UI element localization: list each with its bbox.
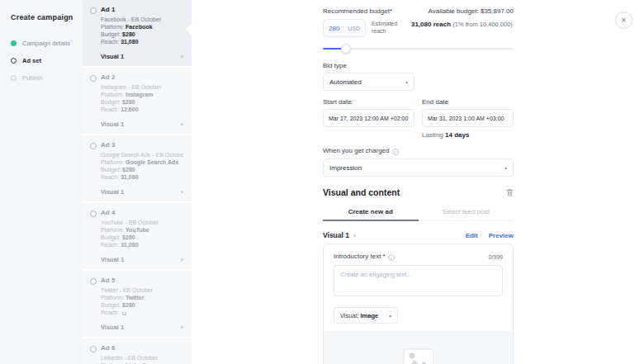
ad-visual-row[interactable]: Visual 1 — [101, 53, 183, 60]
visual-status-dot — [181, 326, 183, 329]
ad-card[interactable]: Ad 5 Twitter - EB October Platform: Twit… — [83, 271, 192, 337]
ad-visual-row[interactable]: Visual 1 — [101, 188, 183, 196]
reach-value: 31,080 — [121, 174, 138, 180]
edit-visual-link[interactable]: Edit — [466, 232, 478, 239]
lasting-duration-text: Lasting 14 days — [422, 131, 514, 139]
charged-label: When you get charged — [323, 147, 390, 154]
visual-type-prefix: Visual: — [340, 312, 358, 319]
tab-select-feed-post[interactable]: Select feed post — [419, 204, 514, 220]
ad-visual-row[interactable]: Visual 1 — [101, 121, 183, 128]
chevron-down-icon: ▾ — [389, 313, 391, 319]
create-campaign-window: Create campaign Campaign details Ad set … — [0, 0, 644, 364]
start-date-input[interactable]: Mar 17, 2023 12:00 AM +02:00 — [323, 109, 414, 127]
bid-type-value: Automated — [329, 78, 362, 86]
reach-label: Reach: — [101, 242, 119, 248]
ad-subtitle: LinkedIn - EB October — [101, 354, 183, 362]
reach-label: Reach: — [101, 310, 119, 315]
reach-value: 12,600 — [121, 106, 138, 112]
estimated-reach-value: 31,080 reach (1% from 10,400,000) — [411, 21, 513, 37]
chevron-down-icon: ▾ — [405, 79, 408, 85]
ad-reach-line: Reach: — [101, 309, 183, 316]
visual-status-dot — [181, 258, 183, 261]
ad-card-body: Ad 2 Instagram - EB October Platform: In… — [101, 73, 183, 128]
available-budget-text: Available budget: $35,897.00 — [429, 7, 514, 15]
slider-track[interactable] — [323, 48, 514, 50]
visual-type-select[interactable]: Visual: Image ▾ — [334, 307, 398, 324]
ad-radio-button[interactable] — [90, 210, 97, 217]
platform-value: Twitter — [125, 295, 144, 300]
sidebar-step-campaign-details[interactable]: Campaign details — [11, 40, 76, 47]
introductory-text-label-row: Introductory text *i — [334, 253, 395, 261]
ad-radio-button[interactable] — [90, 346, 97, 352]
platform-label: Platform: — [101, 227, 124, 233]
upload-image-dropzone[interactable]: Upload image Image size: 1200x628 pixels… — [324, 331, 513, 364]
ad-card[interactable]: Ad 4 YouTube - EB October Platform: YouT… — [83, 203, 192, 269]
reach-label: Reach: — [101, 106, 119, 112]
platform-label: Platform: — [101, 92, 124, 97]
reach-label: Reach: — [101, 39, 119, 45]
ad-card-body: Ad 1 Facebook - EB October Platform: Fac… — [101, 6, 183, 60]
ad-card[interactable]: Ad 2 Instagram - EB October Platform: In… — [83, 68, 192, 134]
reach-value: 31,080 — [121, 242, 138, 248]
step-label: Ad set — [22, 57, 41, 64]
end-date-label: End date — [422, 98, 514, 106]
ad-card-body: Ad 3 Google Search Ads - EB October Plat… — [101, 141, 183, 196]
ad-name: Ad 6 — [101, 344, 183, 352]
ad-visual-row[interactable]: Visual 1 — [101, 324, 183, 331]
info-icon[interactable]: i — [392, 149, 399, 155]
end-date-input[interactable]: Mar 31, 2023 1:00 AM +03:00 — [422, 109, 514, 127]
ad-radio-button[interactable] — [90, 7, 97, 14]
charged-select[interactable]: Impression ▾ — [323, 158, 514, 177]
close-button[interactable]: × — [615, 12, 632, 29]
visual-status-dot — [181, 55, 183, 58]
info-icon[interactable]: i — [388, 254, 395, 261]
step-list: Campaign details Ad set Publish — [11, 40, 76, 82]
ad-budget-line: Budget: $280 — [101, 234, 183, 241]
visual-type-value: Visual: Image — [340, 312, 378, 319]
close-icon: × — [622, 16, 627, 25]
start-date-value: Mar 17, 2023 12:00 AM +02:00 — [329, 116, 408, 121]
character-counter: 0/999 — [488, 254, 503, 260]
ad-platform-line: Platform: Instagram — [101, 91, 183, 98]
reach-loading-spinner-icon — [122, 311, 126, 315]
ad-radio-button[interactable] — [90, 278, 97, 285]
lasting-days: 14 days — [445, 131, 469, 139]
sidebar-step-ad-set[interactable]: Ad set — [11, 57, 76, 64]
ad-visual-row[interactable]: Visual 1 — [101, 256, 183, 263]
charged-label-row: When you get chargedi — [323, 147, 514, 155]
ad-radio-button[interactable] — [90, 143, 97, 149]
ad-name: Ad 1 — [101, 6, 183, 13]
tab-create-new-ad[interactable]: Create new ad — [323, 204, 419, 220]
lasting-prefix: Lasting — [422, 131, 443, 139]
reach-number: 31,080 reach — [411, 21, 451, 28]
budget-value: 280 — [329, 25, 339, 32]
visual-source-tabs: Create new ad Select feed post — [323, 204, 514, 221]
bid-type-select[interactable]: Automated ▾ — [323, 73, 414, 91]
slider-handle[interactable] — [341, 44, 351, 54]
ad-card[interactable]: Ad 6 LinkedIn - EB October Platform: Lin… — [83, 338, 192, 364]
sidebar-step-publish[interactable]: Publish — [11, 74, 76, 82]
platform-value: Instagram — [125, 92, 153, 97]
ad-card[interactable]: Ad 3 Google Search Ads - EB October Plat… — [83, 135, 192, 201]
ad-card-body: Ad 4 YouTube - EB October Platform: YouT… — [101, 209, 183, 263]
ad-card[interactable]: Ad 1 Facebook - EB October Platform: Fac… — [83, 0, 192, 66]
budget-slider[interactable] — [323, 44, 514, 54]
ad-radio-button[interactable] — [90, 75, 97, 82]
visual-status-dot — [181, 123, 183, 125]
estimated-reach-label: Estimated reach — [372, 20, 408, 37]
ad-reach-line: Reach: 12,600 — [101, 106, 183, 113]
charged-value: Impression — [329, 164, 362, 172]
ad-budget-line: Budget: $280 — [101, 166, 183, 173]
platform-value: YouTube — [125, 227, 149, 233]
preview-visual-link[interactable]: Preview — [489, 232, 514, 239]
ad-budget-line: Budget: $280 — [101, 301, 183, 309]
budget-input[interactable]: 280 USD — [323, 19, 366, 37]
delete-visual-button[interactable] — [506, 188, 514, 196]
introductory-text-input[interactable] — [334, 265, 503, 296]
budget-label: Budget: — [101, 99, 121, 105]
introductory-text-label: Introductory text * — [334, 253, 386, 260]
budget-value: $280 — [122, 99, 135, 105]
ad-cards-container: Ad 1 Facebook - EB October Platform: Fac… — [83, 0, 192, 364]
ad-name: Ad 3 — [101, 141, 183, 149]
reach-label: Reach: — [101, 174, 119, 180]
